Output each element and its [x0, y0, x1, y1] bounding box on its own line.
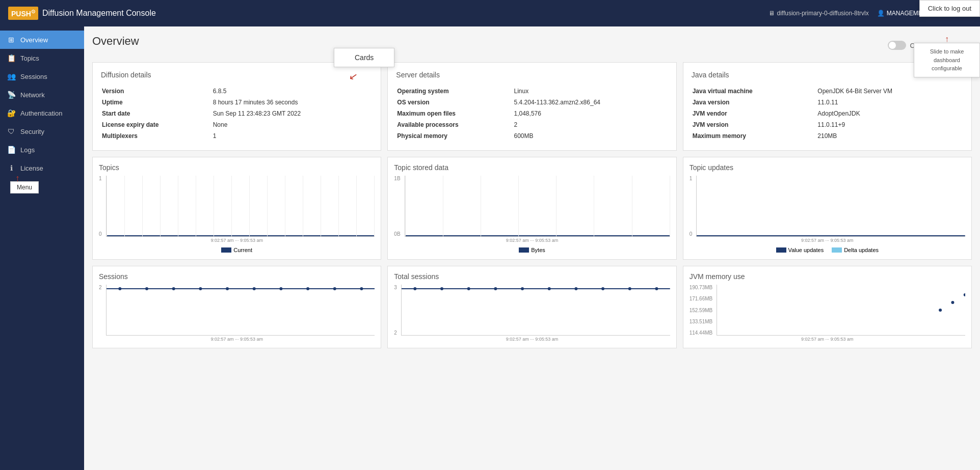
table-row: Operating systemLinux	[397, 86, 667, 96]
network-icon: 📡	[7, 91, 15, 99]
stored-legend: Bytes	[394, 247, 670, 253]
svg-point-23	[628, 287, 631, 290]
total-sessions-title: Total sessions	[394, 272, 670, 281]
topic-stored-title: Topic stored data	[394, 163, 670, 172]
svg-point-20	[548, 287, 551, 290]
svg-point-27	[964, 293, 965, 296]
logo-area: PUSH⊙ Diffusion Management Console	[8, 7, 769, 20]
topics-chart-svg	[107, 176, 375, 236]
table-row: Version6.8.5	[102, 86, 372, 96]
menu-arrow: ↑	[15, 173, 20, 184]
sessions-x-labels: 9:02:57 am ··· 9:05:53 am	[99, 337, 375, 342]
jvm-y5: 114.44MB	[690, 330, 713, 336]
svg-point-5	[145, 287, 148, 290]
svg-point-18	[494, 287, 497, 290]
main-content: Overview Configure dashboard Cards ↙ ↑ S…	[84, 26, 980, 470]
table-row: Java virtual machineOpenJDK 64-Bit Serve…	[693, 86, 962, 96]
jvm-x-labels: 9:02:57 am ··· 9:05:53 am	[690, 337, 965, 342]
grid-icon: ⊞	[7, 36, 15, 44]
table-row: License expiry dateNone	[102, 120, 372, 130]
svg-point-8	[226, 287, 229, 290]
sidebar-item-network[interactable]: 📡 Network	[0, 86, 84, 104]
svg-point-4	[118, 287, 121, 290]
jvm-memory-card: JVM memory use 190.73MB 171.66MB 152.59M…	[683, 266, 972, 348]
details-grid: Diffusion details Version6.8.5Uptime8 ho…	[92, 62, 972, 151]
sidebar-item-sessions[interactable]: 👥 Sessions	[0, 67, 84, 86]
server-details-card: Server details Operating systemLinuxOS v…	[387, 62, 676, 151]
dashboard-tooltip: ↑ Slide to make dashboard configurable	[914, 43, 980, 77]
table-row: Multiplexers1	[102, 131, 372, 141]
total-sessions-svg	[402, 285, 670, 335]
info-icon: ℹ	[7, 164, 15, 172]
svg-point-22	[601, 287, 604, 290]
dashboard-arrow: ↑	[945, 33, 949, 45]
table-row: Uptime8 hours 17 minutes 36 seconds	[102, 97, 372, 107]
logout-tooltip[interactable]: Click to log out	[919, 0, 980, 17]
sessions-chart-card: Sessions 2	[92, 266, 381, 348]
server-details-title: Server details	[396, 71, 668, 79]
monitor-icon: 🖥	[769, 10, 775, 17]
sidebar-item-overview[interactable]: ⊞ Overview	[0, 31, 84, 49]
stored-x-labels: 9:02:57 am ··· 9:05:53 am	[394, 238, 670, 243]
sessions-chart-svg	[107, 285, 375, 335]
sidebar-item-authentication[interactable]: 🔐 Authentication	[0, 104, 84, 122]
topics-chart-card: Topics 1 0	[92, 157, 381, 260]
legend-value-updates-box	[776, 247, 786, 253]
table-row: JVM vendorAdoptOpenJDK	[693, 108, 962, 119]
svg-point-12	[333, 287, 336, 290]
layout: ⊞ Overview 📋 Topics 👥 Sessions 📡 Network…	[0, 26, 980, 470]
table-row: Start dateSun Sep 11 23:48:23 GMT 2022	[102, 108, 372, 119]
svg-point-24	[655, 287, 658, 290]
shield-icon: 🛡	[7, 127, 15, 135]
sidebar-item-logs[interactable]: 📄 Logs	[0, 141, 84, 159]
auth-icon: 🔐	[7, 109, 15, 117]
sidebar-item-security[interactable]: 🛡 Security	[0, 122, 84, 141]
topics-x-labels: 9:02:57 am ··· 9:05:53 am	[99, 238, 375, 243]
book-icon: 📋	[7, 54, 15, 62]
sidebar-item-topics[interactable]: 📋 Topics	[0, 49, 84, 67]
updates-legend: Value updates Delta updates	[690, 247, 965, 253]
jvm-y1: 190.73MB	[690, 285, 713, 290]
cards-tooltip: Cards	[334, 48, 394, 67]
total-sessions-card: Total sessions 3 2	[387, 266, 676, 348]
diffusion-details-table: Version6.8.5Uptime8 hours 17 minutes 36 …	[101, 85, 373, 142]
table-row: Maximum open files1,048,576	[397, 108, 667, 119]
logo-icon: PUSH⊙	[8, 7, 38, 20]
updates-x-labels: 9:02:57 am ··· 9:05:53 am	[690, 238, 965, 243]
charts-row1: Topics 1 0	[92, 157, 972, 260]
server-info: 🖥 diffusion-primary-0-diffusion-8trvlx	[769, 10, 868, 17]
svg-point-26	[951, 301, 955, 304]
table-row: OS version5.4.204-113.362.amzn2.x86_64	[397, 97, 667, 107]
charts-row2: Sessions 2	[92, 266, 972, 348]
updates-chart-svg	[697, 176, 965, 236]
menu-tooltip: Menu	[10, 181, 39, 193]
svg-point-17	[467, 287, 470, 290]
topics-legend: Current	[99, 247, 375, 253]
sidebar-item-license[interactable]: ℹ License	[0, 159, 84, 177]
stored-chart-svg	[405, 176, 670, 236]
logs-icon: 📄	[7, 146, 15, 154]
sessions-icon: 👥	[7, 72, 15, 80]
svg-point-11	[306, 287, 309, 290]
jvm-memory-svg	[717, 285, 965, 335]
topics-chart-title: Topics	[99, 163, 375, 172]
server-details-table: Operating systemLinuxOS version5.4.204-1…	[396, 85, 668, 142]
page-title: Overview	[92, 35, 139, 48]
svg-point-16	[440, 287, 443, 290]
cards-tooltip-container: Cards ↙	[334, 48, 394, 67]
configure-toggle[interactable]	[888, 41, 906, 50]
app-title: Diffusion Management Console	[42, 9, 156, 18]
svg-point-7	[199, 287, 202, 290]
svg-point-19	[521, 287, 524, 290]
svg-point-10	[279, 287, 282, 290]
total-sessions-x-labels: 9:02:57 am ··· 9:05:53 am	[394, 337, 670, 342]
svg-point-6	[172, 287, 175, 290]
toggle-knob	[889, 42, 896, 49]
svg-point-25	[939, 309, 942, 312]
legend-current: Current	[221, 247, 252, 253]
java-details-table: Java virtual machineOpenJDK 64-Bit Serve…	[692, 85, 963, 142]
table-row: Java version11.0.11	[693, 97, 962, 107]
jvm-memory-title: JVM memory use	[690, 272, 965, 281]
jvm-y4: 133.51MB	[690, 319, 713, 324]
sidebar: ⊞ Overview 📋 Topics 👥 Sessions 📡 Network…	[0, 26, 84, 470]
